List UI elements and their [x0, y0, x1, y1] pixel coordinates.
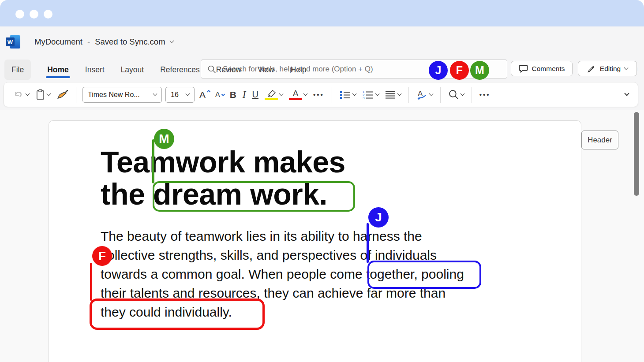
body-line-1[interactable]: The beauty of teamwork lies in its abili…: [101, 227, 464, 246]
underline-button[interactable]: U: [251, 86, 260, 104]
font-name-value: Times New Ro...: [88, 91, 140, 99]
find-chevron-icon: [460, 91, 464, 96]
find-icon: [448, 89, 459, 100]
italic-button[interactable]: I: [241, 86, 247, 104]
grow-font-button[interactable]: A: [198, 86, 210, 104]
bullets-chevron-icon: [352, 91, 356, 96]
selection-box-f: [90, 299, 265, 330]
undo-chevron-down-icon: [26, 91, 30, 96]
shrink-font-button[interactable]: A: [214, 86, 225, 104]
format-painter-button[interactable]: [55, 86, 70, 104]
font-size-chevron-icon: [186, 91, 190, 96]
avatar-j[interactable]: J: [429, 61, 448, 80]
selection-box-j: [367, 261, 481, 289]
font-color-button[interactable]: A: [288, 86, 308, 104]
header-button[interactable]: Header: [581, 131, 618, 149]
pencil-icon: [587, 64, 596, 73]
highlight-button[interactable]: [263, 86, 284, 104]
cursor-badge-j: J: [368, 207, 389, 228]
tab-view[interactable]: View: [258, 60, 274, 80]
word-app-window: W MyDocument - Saved to Sync.com: [0, 0, 644, 362]
font-color-icon: A: [289, 90, 302, 100]
cursor-line-m: [152, 139, 154, 183]
svg-text:3: 3: [363, 96, 365, 100]
macos-titlebar: [0, 0, 644, 26]
cursor-line-j: [367, 223, 369, 263]
styles-icon: A: [416, 90, 428, 100]
heading-line-1[interactable]: Teamwork makes: [101, 146, 345, 178]
title-chevron-down-icon[interactable]: [169, 39, 174, 43]
align-icon: [385, 90, 396, 100]
align-button[interactable]: [384, 86, 402, 104]
font-color-chevron-icon: [303, 91, 308, 96]
ellipsis-icon: •••: [479, 91, 490, 98]
tab-review[interactable]: Review: [216, 60, 241, 80]
highlight-chevron-icon: [279, 91, 284, 96]
tab-file[interactable]: File: [4, 60, 31, 80]
numbering-icon: 123: [362, 90, 374, 100]
tab-references[interactable]: References: [160, 60, 200, 80]
font-color-swatch: [289, 98, 302, 100]
tab-layout[interactable]: Layout: [121, 60, 144, 80]
styles-chevron-icon: [429, 91, 433, 96]
font-name-chevron-icon: [153, 91, 157, 96]
app-chrome: W MyDocument - Saved to Sync.com: [0, 26, 644, 110]
font-size-select[interactable]: 16: [165, 87, 195, 103]
format-painter-icon: [56, 89, 68, 100]
font-name-select[interactable]: Times New Ro...: [82, 87, 162, 103]
comments-button[interactable]: Comments: [511, 61, 573, 76]
avatar-f[interactable]: F: [450, 61, 469, 80]
grow-font-icon: A: [199, 90, 209, 100]
tab-help[interactable]: Help: [291, 60, 307, 80]
traffic-light-minimize-icon[interactable]: [30, 10, 38, 19]
paste-button[interactable]: [34, 86, 52, 104]
document-title-group: MyDocument - Saved to Sync.com: [34, 26, 173, 57]
align-chevron-icon: [397, 91, 401, 96]
numbering-button[interactable]: 123: [361, 86, 380, 104]
collapse-ribbon-chevron-icon: [624, 91, 629, 96]
collapse-ribbon-button[interactable]: [624, 86, 630, 104]
editing-label: Editing: [600, 65, 621, 73]
more-commands-button[interactable]: •••: [478, 86, 492, 104]
document-title: MyDocument: [34, 37, 82, 47]
traffic-light-maximize-icon[interactable]: [44, 10, 52, 19]
undo-button[interactable]: [12, 86, 30, 104]
clipboard-icon: [35, 89, 45, 100]
traffic-light-close-icon[interactable]: [15, 10, 24, 19]
scrollbar-thumb[interactable]: [634, 112, 639, 196]
cursor-badge-f: F: [92, 246, 112, 266]
numbering-chevron-icon: [375, 91, 379, 96]
editing-chevron-down-icon: [624, 65, 629, 70]
app-header: W MyDocument - Saved to Sync.com: [0, 26, 644, 57]
avatar-m[interactable]: M: [470, 61, 489, 80]
font-size-value: 16: [171, 91, 179, 99]
highlighter-icon: [265, 90, 278, 100]
highlight-color-swatch: [265, 98, 278, 100]
shrink-font-icon: A: [215, 91, 224, 99]
more-font-options-button[interactable]: •••: [312, 86, 326, 104]
comments-label: Comments: [532, 65, 565, 73]
cursor-line-f: [90, 263, 92, 301]
cursor-badge-m: M: [154, 129, 174, 149]
document-canvas: Teamwork makes the dream work. The beaut…: [0, 110, 644, 362]
editing-mode-button[interactable]: Editing: [578, 61, 637, 76]
comment-icon: [519, 64, 528, 73]
menu-bar: File Home Insert Layout References Revie…: [0, 57, 644, 82]
title-separator: -: [87, 37, 90, 47]
tab-insert[interactable]: Insert: [85, 60, 105, 80]
undo-icon: [13, 90, 24, 100]
bullets-icon: [340, 90, 351, 100]
bold-button[interactable]: B: [228, 86, 238, 104]
ribbon-toolbar: Times New Ro... 16 A A B I U: [4, 82, 638, 107]
ellipsis-icon: •••: [313, 91, 324, 98]
selection-box-m: [153, 181, 355, 212]
tab-home[interactable]: Home: [47, 60, 69, 80]
svg-text:A: A: [418, 90, 423, 98]
word-logo-icon: W: [6, 35, 21, 49]
bullets-button[interactable]: [338, 86, 357, 104]
paste-chevron-down-icon: [47, 91, 51, 96]
save-status: Saved to Sync.com: [95, 37, 165, 47]
find-button[interactable]: [447, 86, 465, 104]
styles-button[interactable]: A: [415, 86, 434, 104]
document-page[interactable]: Teamwork makes the dream work. The beaut…: [49, 120, 581, 362]
